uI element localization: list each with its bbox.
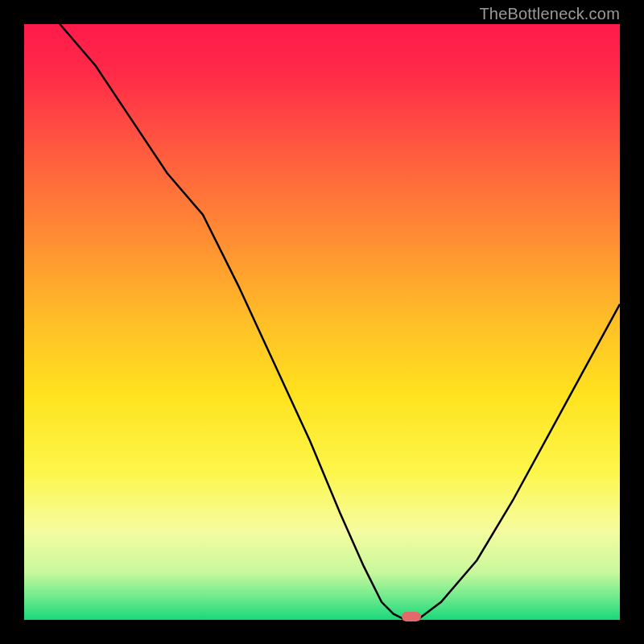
svg-rect-0 bbox=[24, 24, 620, 620]
chart-frame: TheBottleneck.com bbox=[0, 0, 644, 644]
watermark-text: TheBottleneck.com bbox=[479, 5, 620, 23]
optimal-marker bbox=[402, 612, 421, 621]
plot-area bbox=[24, 24, 620, 620]
background-gradient bbox=[24, 24, 620, 620]
